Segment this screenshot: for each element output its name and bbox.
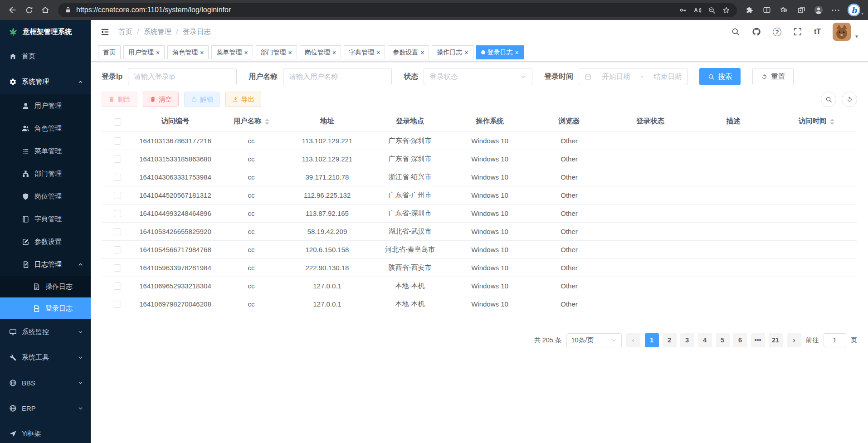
delete-button[interactable]: 删除	[102, 92, 137, 107]
sidebar-item-post-management[interactable]: 岗位管理	[0, 185, 91, 208]
sidebar-item-user-management[interactable]: 用户管理	[0, 94, 91, 117]
tab-close-icon[interactable]: ×	[244, 49, 248, 56]
reset-button[interactable]: 重置	[752, 68, 794, 85]
row-checkbox[interactable]	[114, 192, 121, 199]
avatar[interactable]	[833, 23, 851, 41]
prev-page-button[interactable]: ‹	[626, 333, 640, 347]
sidebar-item-erp[interactable]: ERP	[0, 395, 91, 421]
fullscreen-icon[interactable]	[793, 27, 802, 36]
next-page-button[interactable]: ›	[787, 333, 801, 347]
status-select[interactable]: 登录状态	[424, 68, 532, 85]
breadcrumb-item[interactable]: 首页	[118, 27, 132, 37]
sidebar-item-operation-log[interactable]: 操作日志	[0, 276, 91, 297]
favorites-icon[interactable]	[776, 2, 792, 18]
page-more-button[interactable]: •••	[751, 333, 765, 347]
url-text[interactable]: https://ccnetcore.com:1101/system/log/lo…	[76, 6, 676, 14]
toggle-search-button[interactable]	[821, 92, 836, 107]
column-header[interactable]: 用户名称	[217, 112, 285, 131]
page-number-button[interactable]: 6	[733, 333, 747, 347]
username-input[interactable]	[283, 68, 392, 85]
tab-close-icon[interactable]: ×	[288, 49, 292, 56]
sidebar-item-system-management[interactable]: 系统管理	[0, 69, 91, 94]
tab-close-icon[interactable]: ×	[464, 49, 468, 56]
sidebar-item-system-tools[interactable]: 系统工具	[0, 345, 91, 370]
sidebar-item-dictionary-management[interactable]: 字典管理	[0, 208, 91, 230]
login-ip-input[interactable]	[128, 68, 237, 85]
sidebar-item-yi-framework[interactable]: Yi框架	[0, 421, 91, 443]
page-number-button[interactable]: 4	[698, 333, 712, 347]
goto-page-input[interactable]	[824, 333, 846, 347]
page-size-select[interactable]: 10条/页	[566, 333, 622, 347]
select-all-checkbox[interactable]	[114, 118, 121, 126]
tab-view[interactable]: 用户管理×	[123, 45, 165, 59]
tab-view[interactable]: 操作日志×	[432, 45, 473, 59]
tab-view[interactable]: 角色管理×	[167, 45, 209, 59]
tab-view[interactable]: 岗位管理×	[300, 45, 341, 59]
sort-caret-icon[interactable]	[830, 119, 834, 125]
collections-icon[interactable]	[793, 2, 809, 18]
key-icon[interactable]	[676, 4, 690, 16]
tab-view[interactable]: 登录日志×	[476, 45, 524, 59]
tab-close-icon[interactable]: ×	[332, 49, 336, 56]
back-icon[interactable]	[5, 2, 21, 18]
table-row[interactable]: 1641069798270046208cc127.0.0.1本地-本机Windo…	[102, 295, 857, 313]
split-screen-icon[interactable]	[759, 2, 775, 18]
row-checkbox[interactable]	[114, 282, 121, 290]
tab-close-icon[interactable]: ×	[420, 49, 424, 56]
tab-view[interactable]: 字典管理×	[344, 45, 385, 59]
tab-close-icon[interactable]: ×	[515, 49, 519, 56]
sidebar-item-log-management[interactable]: 日志管理	[0, 253, 91, 276]
page-number-button[interactable]: 21	[769, 333, 783, 347]
page-number-button[interactable]: 5	[716, 333, 730, 347]
browser-profile-icon[interactable]	[810, 2, 827, 18]
row-checkbox[interactable]	[114, 137, 121, 145]
github-icon[interactable]	[752, 27, 761, 36]
row-checkbox[interactable]	[114, 174, 121, 181]
table-row[interactable]: 1641059633978281984cc222.90.130.18陕西省-西安…	[102, 258, 857, 277]
sidebar-item-menu-management[interactable]: 菜单管理	[0, 140, 91, 162]
table-row[interactable]: 1641053426655825920cc58.19.42.209湖北省-武汉市…	[102, 222, 857, 240]
favorites-add-star-icon[interactable]	[720, 4, 733, 16]
search-button[interactable]: 搜索	[699, 68, 741, 85]
sort-caret-icon[interactable]	[265, 119, 269, 125]
sidebar-item-department-management[interactable]: 部门管理	[0, 162, 91, 185]
row-checkbox[interactable]	[114, 264, 121, 272]
breadcrumb-item[interactable]: 系统管理	[143, 27, 171, 37]
column-header[interactable]: 访问时间	[775, 112, 857, 131]
tab-view[interactable]: 首页	[98, 45, 121, 59]
row-checkbox[interactable]	[114, 301, 121, 308]
tab-view[interactable]: 参数设置×	[388, 45, 429, 59]
search-icon[interactable]	[731, 27, 740, 36]
refresh-table-button[interactable]	[842, 92, 857, 107]
zoom-out-icon[interactable]	[705, 4, 719, 16]
table-row[interactable]: 1641031367863177216cc113.102.129.221广东省-…	[102, 131, 857, 150]
font-size-icon[interactable]: tT	[814, 28, 821, 36]
row-checkbox[interactable]	[114, 156, 121, 163]
address-bar[interactable]: https://ccnetcore.com:1101/system/log/lo…	[58, 3, 737, 17]
sidebar-item-system-monitor[interactable]: 系统监控	[0, 319, 91, 345]
tab-close-icon[interactable]: ×	[200, 49, 204, 56]
settings-menu-icon[interactable]: ⋯	[828, 2, 844, 18]
table-row[interactable]: 1641031533185863680cc113.102.129.221广东省-…	[102, 150, 857, 168]
sidebar-item-parameter-settings[interactable]: 参数设置	[0, 230, 91, 253]
sidebar-item-login-log[interactable]: 登录日志	[0, 297, 91, 319]
extensions-icon[interactable]	[741, 2, 758, 18]
read-aloud-icon[interactable]	[691, 4, 704, 16]
page-number-button[interactable]: 3	[680, 333, 694, 347]
table-row[interactable]: 1641069652933218304cc127.0.0.1本地-本机Windo…	[102, 277, 857, 295]
reload-icon[interactable]	[21, 2, 37, 18]
unlock-button[interactable]: 解锁	[184, 92, 220, 107]
clear-button[interactable]: 清空	[143, 92, 179, 107]
page-number-button[interactable]: 1	[645, 333, 659, 347]
table-row[interactable]: 1641044520567181312cc112.96.225.132广东省-广…	[102, 186, 857, 204]
home-icon[interactable]	[37, 2, 54, 18]
tab-close-icon[interactable]: ×	[376, 49, 380, 56]
export-button[interactable]: 导出	[225, 92, 261, 107]
row-checkbox[interactable]	[114, 228, 121, 235]
tab-view[interactable]: 菜单管理×	[211, 45, 253, 59]
sidebar-item-bbs[interactable]: BBS	[0, 370, 91, 395]
sidebar-item-role-management[interactable]: 角色管理	[0, 117, 91, 140]
sidebar-item-home[interactable]: 首页	[0, 44, 91, 69]
table-row[interactable]: 1641043063331753984cc39.171.210.78浙江省-绍兴…	[102, 168, 857, 186]
page-number-button[interactable]: 2	[663, 333, 677, 347]
